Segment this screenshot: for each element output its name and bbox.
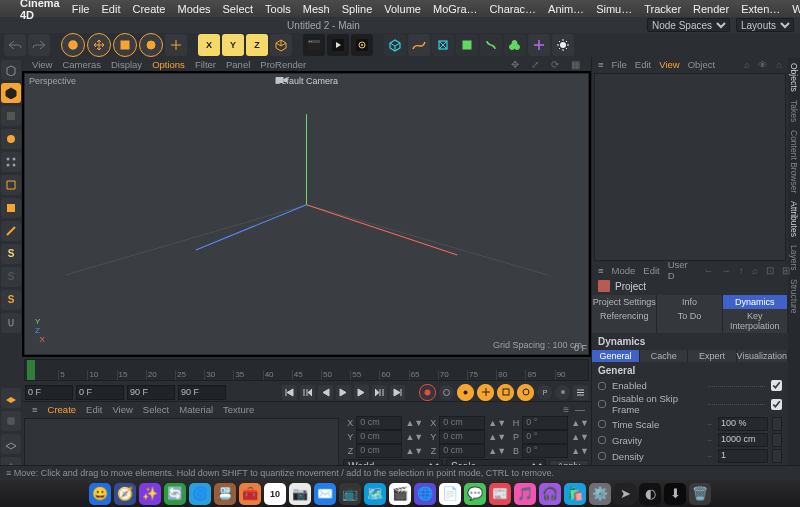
mat-menu-create[interactable]: Create [48, 404, 77, 415]
ruler-tick[interactable]: 75 [467, 370, 496, 380]
om-menu-icon[interactable]: ≡ [598, 59, 604, 70]
add-field-button[interactable] [456, 34, 478, 56]
spinner-icon[interactable] [772, 417, 782, 431]
x-axis-lock-button[interactable]: X [198, 34, 220, 56]
vp-nav-rotate-icon[interactable]: ⟳ [551, 59, 561, 69]
timeline-ruler[interactable]: 051015202530354045505560657075808590 [24, 359, 589, 381]
nodespace-dropdown[interactable]: Node Spaces [647, 18, 730, 32]
next-key-button[interactable] [372, 385, 387, 400]
object-manager[interactable] [594, 73, 786, 261]
attr-menu-mode[interactable]: Mode [612, 265, 636, 276]
mat-menu-select[interactable]: Select [143, 404, 169, 415]
rotate-tool-button[interactable] [139, 33, 163, 57]
menu-tools[interactable]: Tools [265, 3, 291, 15]
side-tab[interactable]: Objects [789, 63, 799, 92]
key-scale-button[interactable] [497, 384, 514, 401]
mat-menu-texture[interactable]: Texture [223, 404, 254, 415]
render-view-button[interactable] [303, 34, 325, 56]
subtab-visualization[interactable]: Visualization [737, 350, 788, 362]
om-filehome-icon[interactable]: ⌂ [776, 59, 782, 70]
mat-menu-edit[interactable]: Edit [86, 404, 102, 415]
layout-dropdown[interactable]: Layouts [736, 18, 794, 32]
y-axis-lock-button[interactable]: Y [222, 34, 244, 56]
viewport-solo-off-button[interactable]: S [1, 267, 21, 287]
dock-app-icon[interactable]: 10 [264, 483, 286, 505]
add-cube-button[interactable] [384, 34, 406, 56]
ruler-tick[interactable]: 15 [117, 370, 146, 380]
ruler-tick[interactable]: 65 [409, 370, 438, 380]
coord-field[interactable]: 0 cm [356, 430, 402, 444]
spinner-icon[interactable] [772, 449, 782, 463]
coord-field[interactable]: 0 cm [439, 430, 485, 444]
menu-extensions[interactable]: Exten… [741, 3, 780, 15]
subtab-expert[interactable]: Expert [688, 350, 736, 362]
dock-app-icon[interactable]: 😀 [89, 483, 111, 505]
coord-field[interactable]: 0 ° [522, 444, 568, 458]
dock-app-icon[interactable]: 📇 [214, 483, 236, 505]
ruler-tick[interactable]: 40 [263, 370, 292, 380]
perspective-viewport[interactable]: Perspective Default Camera Y Z X Grid Sp… [24, 73, 589, 355]
prev-key-button[interactable] [300, 385, 315, 400]
dock-app-icon[interactable]: ➤ [614, 483, 636, 505]
render-pv-button[interactable] [327, 34, 349, 56]
attr-back-icon[interactable]: ← [704, 265, 714, 276]
prop-value-field[interactable]: 1 [718, 449, 768, 463]
prop-checkbox[interactable] [771, 380, 782, 391]
menu-animate[interactable]: Anim… [548, 3, 584, 15]
vp-menu-options[interactable]: Options [152, 59, 185, 70]
dock-app-icon[interactable]: 🎬 [389, 483, 411, 505]
scale-tool-button[interactable] [113, 33, 137, 57]
dock-app-icon[interactable]: ✉️ [314, 483, 336, 505]
attr-fwd-icon[interactable]: → [721, 265, 731, 276]
menu-simulate[interactable]: Simu… [596, 3, 632, 15]
goto-end-button[interactable] [390, 385, 405, 400]
menu-window[interactable]: Window [792, 3, 800, 15]
vp-nav-move-icon[interactable]: ✥ [511, 59, 521, 69]
side-tab[interactable]: Structure [789, 279, 799, 314]
menu-modes[interactable]: Modes [177, 3, 210, 15]
menu-create[interactable]: Create [132, 3, 165, 15]
add-camera-button[interactable] [528, 34, 550, 56]
autokey-button[interactable] [439, 385, 454, 400]
coord-field[interactable]: 0 cm [439, 444, 485, 458]
om-eye-icon[interactable]: 👁 [758, 59, 768, 70]
snap-button[interactable] [1, 313, 21, 333]
ruler-tick[interactable]: 55 [350, 370, 379, 380]
dock-app-icon[interactable]: 🗑️ [689, 483, 711, 505]
timeline-menu-icon[interactable] [573, 385, 588, 400]
vp-nav-zoom-icon[interactable]: ⤢ [531, 59, 541, 69]
coord-menu-icon[interactable]: ≡ [563, 404, 569, 415]
menu-character[interactable]: Charac… [490, 3, 536, 15]
om-menu-edit[interactable]: Edit [635, 59, 651, 70]
vp-menu-cameras[interactable]: Cameras [62, 59, 101, 70]
ruler-tick[interactable]: 30 [204, 370, 233, 380]
key-pla-button[interactable] [555, 385, 570, 400]
menu-spline[interactable]: Spline [342, 3, 373, 15]
prop-checkbox[interactable] [771, 399, 782, 410]
dock-app-icon[interactable]: ⬇︎ [664, 483, 686, 505]
om-menu-view[interactable]: View [659, 59, 679, 70]
goto-start-button[interactable] [282, 385, 297, 400]
current-frame-field[interactable]: 0 F [76, 385, 124, 400]
dock-app-icon[interactable]: 🌀 [189, 483, 211, 505]
coord-system-button[interactable] [270, 34, 292, 56]
key-param-button[interactable]: P [537, 385, 552, 400]
ruler-tick[interactable]: 35 [233, 370, 262, 380]
vp-menu-display[interactable]: Display [111, 59, 142, 70]
model-mode-button[interactable] [1, 83, 21, 103]
menu-volume[interactable]: Volume [384, 3, 421, 15]
add-deformer-button[interactable] [480, 34, 502, 56]
vp-menu-panel[interactable]: Panel [226, 59, 250, 70]
move-tool-button[interactable] [87, 33, 111, 57]
dock-app-icon[interactable]: 🎧 [539, 483, 561, 505]
tab-project-settings[interactable]: Project Settings [592, 295, 657, 309]
menu-file[interactable]: File [72, 3, 90, 15]
dock-app-icon[interactable]: 🧰 [239, 483, 261, 505]
ruler-tick[interactable]: 70 [438, 370, 467, 380]
attr-up-icon[interactable]: ↑ [739, 265, 744, 276]
om-menu-object[interactable]: Object [688, 59, 715, 70]
dock-app-icon[interactable]: 🛍️ [564, 483, 586, 505]
project-end-field[interactable]: 90 F [178, 385, 226, 400]
dock-app-icon[interactable]: 📷 [289, 483, 311, 505]
coord-field[interactable]: 0 ° [522, 430, 568, 444]
